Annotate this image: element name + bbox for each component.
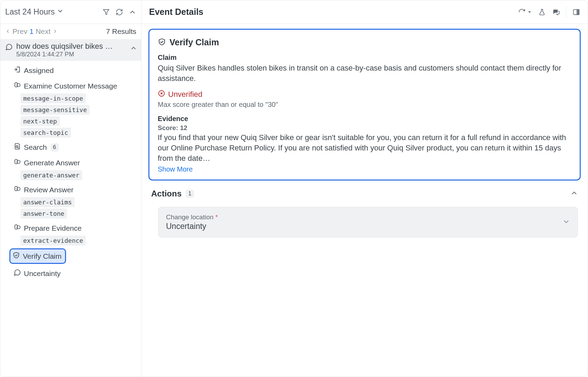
chip[interactable]: message-in-scope [20, 93, 86, 103]
node-label: Generate Answer [24, 159, 80, 167]
required-indicator: * [215, 213, 218, 221]
main-header: Event Details [141, 0, 588, 24]
node-verify-claim[interactable]: Verify Claim [9, 248, 66, 264]
node-review[interactable]: Review Answer [0, 184, 141, 196]
sidebar: Last 24 Hours [0, 0, 141, 377]
time-range-label: Last 24 Hours [5, 7, 55, 17]
show-more-link[interactable]: Show More [158, 165, 571, 173]
chat-icon [13, 269, 21, 278]
actions-title: Actions [151, 189, 182, 199]
event-row[interactable]: how does quiqsilver bikes … 5/8/2024 1:4… [0, 39, 141, 61]
action-change-location[interactable]: Change location * Uncertainty [158, 207, 578, 238]
refresh-dropdown[interactable] [518, 8, 532, 16]
page-title: Event Details [149, 7, 203, 17]
chip[interactable]: search-topic [20, 128, 71, 138]
status-rule: Max score greater than or equal to "30" [158, 101, 571, 109]
chip[interactable]: answer-tone [20, 209, 67, 219]
node-search[interactable]: Search 6 [0, 141, 141, 153]
filter-icon[interactable] [102, 8, 110, 16]
count-badge: 6 [50, 143, 59, 151]
document-search-icon [13, 142, 21, 152]
brain-icon [13, 158, 21, 167]
evidence-score: Score: 12 [158, 124, 571, 132]
chat-icon[interactable] [552, 8, 560, 16]
shield-check-icon [158, 38, 166, 47]
shield-check-icon [12, 251, 20, 261]
node-examine[interactable]: Examine Customer Message [0, 80, 141, 92]
chevron-down-icon [57, 7, 64, 17]
action-field-label: Change location * [166, 213, 218, 221]
chevron-up-icon[interactable] [129, 8, 136, 16]
pager-next[interactable]: Next [36, 27, 50, 36]
refresh-icon[interactable] [116, 8, 123, 16]
brain-icon [13, 185, 21, 194]
chevron-left-icon[interactable] [5, 27, 10, 36]
chip[interactable]: extract-evidence [20, 236, 86, 246]
node-label: Uncertainty [24, 269, 61, 278]
chip[interactable]: generate-answer [20, 170, 82, 180]
chevron-down-icon [562, 218, 570, 227]
status-label: Unverified [168, 90, 202, 99]
claim-text: Quiq Silver Bikes handles stolen bikes i… [158, 63, 571, 83]
results-count: 7 Results [106, 27, 136, 36]
beaker-icon[interactable] [538, 8, 546, 16]
node-label: Review Answer [24, 186, 74, 194]
node-label: Verify Claim [23, 252, 62, 260]
event-timestamp: 5/8/2024 1:44:27 PM [16, 51, 127, 58]
chip[interactable]: next-step [20, 116, 60, 126]
node-generate[interactable]: Generate Answer [0, 157, 141, 169]
node-assigned[interactable]: Assigned [0, 64, 141, 76]
actions-section-header[interactable]: Actions 1 [141, 189, 588, 199]
svg-line-3 [18, 147, 18, 148]
node-label: Examine Customer Message [24, 82, 117, 90]
divider [566, 7, 566, 18]
svg-marker-7 [528, 11, 531, 13]
node-label: Prepare Evidence [24, 224, 82, 232]
actions-count: 1 [186, 190, 194, 198]
chevron-right-icon[interactable] [53, 27, 58, 36]
collapse-event-icon[interactable] [130, 45, 137, 53]
collapse-actions-icon[interactable] [570, 189, 578, 198]
pager: Prev 1 Next 7 Results [0, 24, 141, 39]
main-panel: Event Details [141, 0, 588, 377]
time-range-picker[interactable]: Last 24 Hours [5, 7, 64, 17]
node-uncertainty[interactable]: Uncertainty [0, 267, 141, 279]
error-circle-icon [158, 90, 165, 99]
node-label: Assigned [24, 66, 54, 75]
verify-claim-card: Verify Claim Claim Quiq Silver Bikes han… [148, 29, 581, 181]
chip[interactable]: answer-claims [20, 197, 75, 207]
assign-icon [13, 66, 21, 75]
event-title: how does quiqsilver bikes … [16, 42, 120, 51]
evidence-label: Evidence [158, 115, 571, 123]
brain-icon [13, 223, 21, 233]
brain-icon [13, 81, 21, 91]
svg-rect-9 [577, 9, 579, 15]
svg-marker-0 [103, 9, 109, 15]
evidence-text: If you find that your new Quiq Silver bi… [158, 132, 571, 163]
node-prepare[interactable]: Prepare Evidence [0, 222, 141, 234]
claim-label: Claim [158, 54, 571, 62]
pager-prev[interactable]: Prev [12, 27, 27, 36]
chip[interactable]: message-sensitive [20, 105, 90, 115]
speech-icon [5, 43, 13, 52]
panel-toggle-icon[interactable] [572, 8, 580, 16]
node-label: Search [24, 143, 47, 151]
sidebar-header: Last 24 Hours [0, 0, 141, 24]
pager-page: 1 [29, 27, 34, 36]
verify-title: Verify Claim [169, 37, 219, 47]
action-field-value: Uncertainty [166, 222, 218, 231]
status-row: Unverified [158, 90, 571, 99]
